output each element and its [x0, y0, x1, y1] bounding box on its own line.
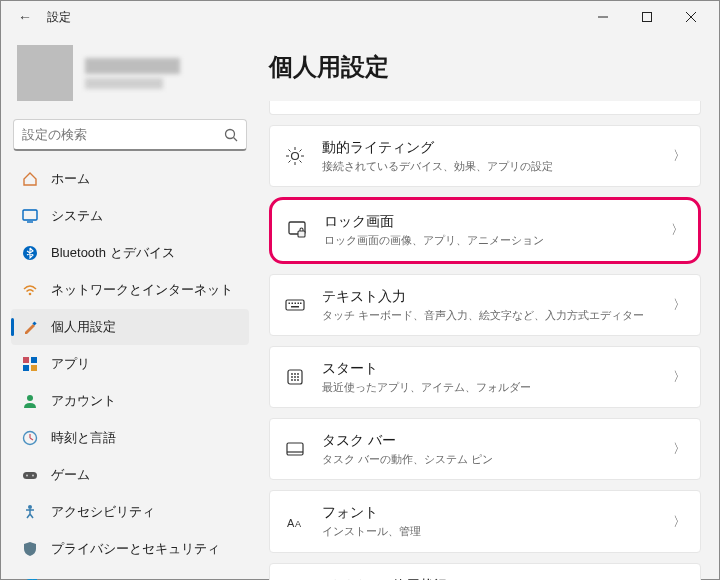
card-title: テキスト入力: [322, 288, 657, 306]
personalization-icon: [21, 318, 39, 336]
svg-point-20: [28, 505, 32, 509]
chevron-right-icon: 〉: [673, 296, 686, 314]
previous-card-stub: [269, 101, 701, 115]
sidebar-item-windows-update[interactable]: Windows Update: [11, 568, 249, 580]
svg-rect-6: [23, 210, 37, 220]
sidebar-item-label: ネットワークとインターネット: [51, 281, 233, 299]
sidebar-item-accessibility[interactable]: アクセシビリティ: [11, 494, 249, 530]
sidebar-item-label: 個人用設定: [51, 318, 116, 336]
sidebar-item-home[interactable]: ホーム: [11, 161, 249, 197]
sidebar-item-apps[interactable]: アプリ: [11, 346, 249, 382]
accounts-icon: [21, 392, 39, 410]
card-desc: タスク バーの動作、システム ピン: [322, 452, 657, 466]
taskbar-icon: [284, 439, 306, 459]
svg-rect-38: [300, 302, 302, 304]
svg-rect-35: [292, 302, 294, 304]
svg-text:A: A: [287, 517, 295, 529]
svg-point-48: [294, 379, 296, 381]
sidebar-item-network[interactable]: ネットワークとインターネット: [11, 272, 249, 308]
svg-rect-13: [23, 365, 29, 371]
card-desc: 最近使ったアプリ、アイテム、フォルダー: [322, 380, 657, 394]
search-icon: [224, 128, 238, 142]
back-button[interactable]: ←: [13, 9, 37, 25]
svg-point-41: [291, 373, 293, 375]
svg-point-46: [297, 376, 299, 378]
user-profile[interactable]: [9, 33, 251, 113]
bluetooth-icon: [21, 244, 39, 262]
svg-line-30: [300, 150, 302, 152]
card-fonts[interactable]: AA フォント インストール、管理 〉: [269, 490, 701, 552]
card-lock-screen[interactable]: ロック画面 ロック画面の画像、アプリ、アニメーション 〉: [269, 197, 701, 263]
sidebar-item-label: アカウント: [51, 392, 116, 410]
svg-point-9: [29, 293, 32, 296]
sidebar-item-gaming[interactable]: ゲーム: [11, 457, 249, 493]
maximize-icon: [642, 12, 652, 22]
card-title: フォント: [322, 504, 657, 522]
sidebar-item-label: システム: [51, 207, 103, 225]
chevron-right-icon: 〉: [673, 513, 686, 531]
accessibility-icon: [21, 503, 39, 521]
time-language-icon: [21, 429, 39, 447]
sidebar-item-label: ホーム: [51, 170, 90, 188]
card-title: スタート: [322, 360, 657, 378]
svg-rect-1: [643, 13, 652, 22]
svg-rect-37: [298, 302, 300, 304]
keyboard-icon: [284, 295, 306, 315]
sidebar-item-bluetooth[interactable]: Bluetooth とデバイス: [11, 235, 249, 271]
card-title: タスク バー: [322, 432, 657, 450]
sidebar-item-personalization[interactable]: 個人用設定: [11, 309, 249, 345]
svg-rect-34: [289, 302, 291, 304]
svg-rect-33: [286, 300, 304, 310]
svg-line-28: [300, 161, 302, 163]
svg-text:A: A: [295, 519, 301, 529]
sidebar-item-label: Bluetooth とデバイス: [51, 244, 175, 262]
card-start[interactable]: スタート 最近使ったアプリ、アイテム、フォルダー 〉: [269, 346, 701, 408]
sidebar-item-time-language[interactable]: 時刻と言語: [11, 420, 249, 456]
maximize-button[interactable]: [625, 1, 669, 33]
user-name-redacted: [85, 58, 180, 74]
system-icon: [21, 207, 39, 225]
minimize-button[interactable]: [581, 1, 625, 33]
chevron-right-icon: 〉: [671, 221, 684, 239]
svg-rect-12: [31, 357, 37, 363]
sidebar-item-label: ゲーム: [51, 466, 90, 484]
card-text-input[interactable]: テキスト入力 タッチ キーボード、音声入力、絵文字など、入力方式エディター 〉: [269, 274, 701, 336]
svg-rect-36: [295, 302, 297, 304]
sidebar-item-label: アプリ: [51, 355, 90, 373]
privacy-icon: [21, 540, 39, 558]
close-icon: [686, 12, 696, 22]
page-title: 個人用設定: [269, 51, 701, 83]
apps-icon: [21, 355, 39, 373]
svg-point-15: [27, 395, 33, 401]
avatar: [17, 45, 73, 101]
svg-point-18: [26, 475, 28, 477]
svg-point-47: [291, 379, 293, 381]
card-desc: タッチ キーボード、音声入力、絵文字など、入力方式エディター: [322, 308, 657, 322]
lock-screen-icon: [286, 220, 308, 240]
card-title: 動的ライティング: [322, 139, 657, 157]
svg-point-19: [32, 475, 34, 477]
card-device-usage[interactable]: デバイスの使用状況 お使いのデバイスを使用して、Microsoft エクスペリエ…: [269, 563, 701, 580]
svg-rect-11: [23, 357, 29, 363]
sidebar-item-system[interactable]: システム: [11, 198, 249, 234]
user-email-redacted: [85, 78, 163, 89]
chevron-right-icon: 〉: [673, 147, 686, 165]
card-taskbar[interactable]: タスク バー タスク バーの動作、システム ピン 〉: [269, 418, 701, 480]
home-icon: [21, 170, 39, 188]
minimize-icon: [598, 12, 608, 22]
sidebar-item-privacy[interactable]: プライバシーとセキュリティ: [11, 531, 249, 567]
card-dynamic-lighting[interactable]: 動的ライティング 接続されているデバイス、効果、アプリの設定 〉: [269, 125, 701, 187]
svg-point-43: [297, 373, 299, 375]
svg-line-27: [289, 150, 291, 152]
svg-point-45: [294, 376, 296, 378]
close-button[interactable]: [669, 1, 713, 33]
svg-rect-39: [291, 306, 299, 308]
sidebar-item-label: 時刻と言語: [51, 429, 116, 447]
card-title: ロック画面: [324, 213, 655, 231]
sidebar-item-accounts[interactable]: アカウント: [11, 383, 249, 419]
svg-rect-14: [31, 365, 37, 371]
search-input[interactable]: [22, 127, 224, 142]
card-desc: 接続されているデバイス、効果、アプリの設定: [322, 159, 657, 173]
window-title: 設定: [47, 9, 71, 26]
search-input-wrapper[interactable]: [13, 119, 247, 151]
